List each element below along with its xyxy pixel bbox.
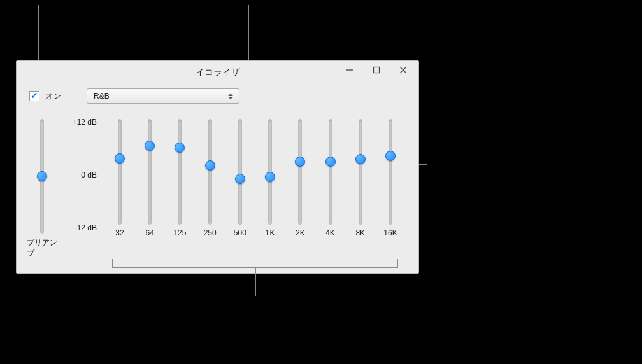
band-slider[interactable] (118, 119, 122, 225)
scale-column: +12 dB 0 dB -12 dB (57, 115, 102, 250)
scale-max-label: +12 dB (73, 118, 97, 127)
band-8K: 8K (348, 119, 373, 237)
preset-dropdown[interactable]: R&B (87, 88, 239, 104)
svg-rect-1 (374, 67, 380, 73)
band-250: 250 (197, 119, 223, 237)
band-freq-label: 500 (234, 228, 246, 237)
equalizer-on-label: オン (46, 91, 61, 102)
window-controls (337, 61, 416, 79)
band-slider[interactable] (298, 119, 302, 225)
equalizer-on-checkbox[interactable] (29, 91, 39, 101)
preamp-column: プリアンプ (27, 115, 57, 266)
band-slider-thumb[interactable] (115, 153, 125, 164)
callout-line (46, 280, 46, 318)
band-slider-thumb[interactable] (355, 154, 366, 164)
equalizer-body: プリアンプ +12 dB 0 dB -12 dB 32641252505001K… (17, 110, 418, 266)
close-button[interactable] (390, 61, 416, 79)
band-2K: 2K (287, 119, 313, 237)
band-slider[interactable] (238, 119, 242, 225)
band-slider-thumb[interactable] (145, 141, 155, 151)
titlebar: イコライザ (17, 61, 418, 83)
band-slider[interactable] (148, 119, 152, 225)
toolbar: オン R&B (17, 83, 418, 110)
band-slider[interactable] (178, 119, 182, 225)
band-16K: 16K (378, 119, 403, 237)
minimize-button[interactable] (337, 61, 362, 79)
band-freq-label: 64 (146, 228, 154, 237)
preamp-slider-thumb[interactable] (37, 171, 47, 181)
maximize-button[interactable] (364, 61, 389, 79)
band-slider-thumb[interactable] (325, 157, 336, 167)
band-1K: 1K (257, 119, 283, 237)
band-freq-label: 16K (383, 228, 397, 237)
scale-min-label: -12 dB (75, 223, 97, 232)
band-slider-thumb[interactable] (385, 151, 396, 161)
band-freq-label: 4K (325, 228, 335, 237)
preamp-label: プリアンプ (27, 237, 57, 259)
equalizer-window: イコライザ オン R&B プリアンプ +12 d (16, 60, 419, 274)
band-slider-thumb[interactable] (235, 174, 245, 184)
band-slider-thumb[interactable] (295, 157, 305, 167)
band-slider[interactable] (389, 119, 392, 225)
band-freq-label: 125 (173, 228, 186, 237)
scale-mid-label: 0 dB (81, 171, 97, 179)
band-64: 64 (137, 119, 162, 237)
band-32: 32 (107, 119, 132, 237)
band-slider-thumb[interactable] (175, 143, 185, 153)
band-freq-label: 8K (355, 228, 365, 237)
window-title: イコライザ (196, 67, 240, 78)
band-slider[interactable] (208, 119, 212, 225)
preamp-slider[interactable] (40, 119, 44, 234)
band-freq-label: 2K (296, 228, 305, 237)
preset-dropdown-value: R&B (94, 92, 110, 101)
band-freq-label: 32 (115, 228, 124, 237)
band-freq-label: 1K (266, 228, 275, 237)
band-4K: 4K (318, 119, 343, 237)
band-freq-label: 250 (204, 228, 217, 237)
bands-container: 32641252505001K2K4K8K16K (102, 115, 408, 256)
band-slider-thumb[interactable] (205, 160, 215, 171)
bands-bracket (112, 259, 398, 268)
band-slider[interactable] (359, 119, 362, 225)
bracket-stem (255, 267, 256, 296)
band-125: 125 (167, 119, 192, 237)
band-500: 500 (227, 119, 253, 237)
band-slider-thumb[interactable] (265, 172, 275, 182)
band-slider[interactable] (329, 119, 332, 225)
chevron-updown-icon (226, 92, 235, 101)
band-slider[interactable] (268, 119, 272, 225)
